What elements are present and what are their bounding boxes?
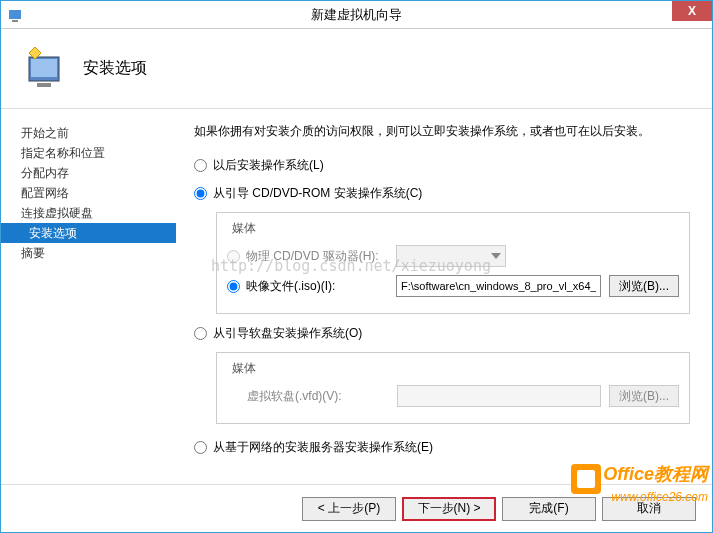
- next-button[interactable]: 下一步(N) >: [402, 497, 496, 521]
- label-install-later: 以后安装操作系统(L): [213, 157, 324, 174]
- body: 开始之前 指定名称和位置 分配内存 配置网络 连接虚拟硬盘 安装选项 摘要 如果…: [1, 109, 712, 484]
- radio-iso-file[interactable]: [227, 280, 240, 293]
- radio-install-floppy[interactable]: [194, 327, 207, 340]
- svg-rect-3: [31, 59, 57, 77]
- prev-button[interactable]: < 上一步(P): [302, 497, 396, 521]
- sidebar-item-memory[interactable]: 分配内存: [1, 163, 176, 183]
- media-group-cd: 媒体 物理 CD/DVD 驱动器(H): 映像文件(.iso)(I): 浏览(B…: [216, 212, 690, 314]
- radio-install-later[interactable]: [194, 159, 207, 172]
- wizard-icon: [21, 45, 69, 93]
- media-group-floppy-title: 媒体: [229, 360, 259, 377]
- browse-iso-button[interactable]: 浏览(B)...: [609, 275, 679, 297]
- titlebar: 新建虚拟机向导 X: [1, 1, 712, 29]
- media-group-floppy: 媒体 虚拟软盘(.vfd)(V): 浏览(B)...: [216, 352, 690, 424]
- media-group-cd-title: 媒体: [229, 220, 259, 237]
- option-install-cd[interactable]: 从引导 CD/DVD-ROM 安装操作系统(C): [194, 184, 690, 202]
- browse-vfd-button: 浏览(B)...: [609, 385, 679, 407]
- option-iso-file[interactable]: 映像文件(.iso)(I): 浏览(B)...: [227, 273, 679, 299]
- option-vfd: 虚拟软盘(.vfd)(V): 浏览(B)...: [227, 383, 679, 409]
- sidebar-item-summary[interactable]: 摘要: [1, 243, 176, 263]
- app-icon: [7, 7, 23, 23]
- label-physical-drive: 物理 CD/DVD 驱动器(H):: [246, 248, 396, 265]
- option-install-later[interactable]: 以后安装操作系统(L): [194, 156, 690, 174]
- brand-icon: [571, 464, 601, 494]
- label-iso-file: 映像文件(.iso)(I):: [246, 278, 396, 295]
- close-button[interactable]: X: [672, 1, 712, 21]
- sidebar-item-before[interactable]: 开始之前: [1, 123, 176, 143]
- svg-rect-4: [37, 83, 51, 87]
- footer: < 上一步(P) 下一步(N) > 完成(F) 取消: [1, 484, 712, 532]
- page-title: 安装选项: [83, 58, 147, 79]
- wizard-window: 新建虚拟机向导 X 安装选项 开始之前 指定名称和位置 分配内存 配置网络 连接…: [0, 0, 713, 533]
- sidebar-item-disk[interactable]: 连接虚拟硬盘: [1, 203, 176, 223]
- label-install-network: 从基于网络的安装服务器安装操作系统(E): [213, 439, 433, 456]
- iso-path-input[interactable]: [396, 275, 601, 297]
- brand-url: www.office26.com: [611, 490, 708, 504]
- sidebar: 开始之前 指定名称和位置 分配内存 配置网络 连接虚拟硬盘 安装选项 摘要: [1, 109, 176, 484]
- radio-install-cd[interactable]: [194, 187, 207, 200]
- finish-button[interactable]: 完成(F): [502, 497, 596, 521]
- label-vfd: 虚拟软盘(.vfd)(V):: [247, 388, 397, 405]
- label-install-floppy: 从引导软盘安装操作系统(O): [213, 325, 362, 342]
- sidebar-item-name[interactable]: 指定名称和位置: [1, 143, 176, 163]
- sidebar-item-network[interactable]: 配置网络: [1, 183, 176, 203]
- option-install-network[interactable]: 从基于网络的安装服务器安装操作系统(E): [194, 438, 690, 456]
- brand-name: Office教程网: [603, 464, 708, 484]
- radio-install-network[interactable]: [194, 441, 207, 454]
- vfd-path-input: [397, 385, 601, 407]
- option-install-floppy[interactable]: 从引导软盘安装操作系统(O): [194, 324, 690, 342]
- svg-rect-1: [12, 20, 18, 22]
- label-install-cd: 从引导 CD/DVD-ROM 安装操作系统(C): [213, 185, 422, 202]
- physical-drive-combo: [396, 245, 506, 267]
- radio-physical-drive: [227, 250, 240, 263]
- chevron-down-icon: [487, 246, 505, 266]
- content: 如果你拥有对安装介质的访问权限，则可以立即安装操作系统，或者也可在以后安装。 以…: [176, 109, 712, 484]
- option-physical-drive: 物理 CD/DVD 驱动器(H):: [227, 243, 679, 269]
- window-title: 新建虚拟机向导: [311, 6, 402, 24]
- header: 安装选项: [1, 29, 712, 109]
- brand-overlay: Office教程网: [571, 460, 708, 490]
- intro-text: 如果你拥有对安装介质的访问权限，则可以立即安装操作系统，或者也可在以后安装。: [194, 123, 690, 140]
- svg-rect-0: [9, 10, 21, 19]
- sidebar-item-install[interactable]: 安装选项: [1, 223, 176, 243]
